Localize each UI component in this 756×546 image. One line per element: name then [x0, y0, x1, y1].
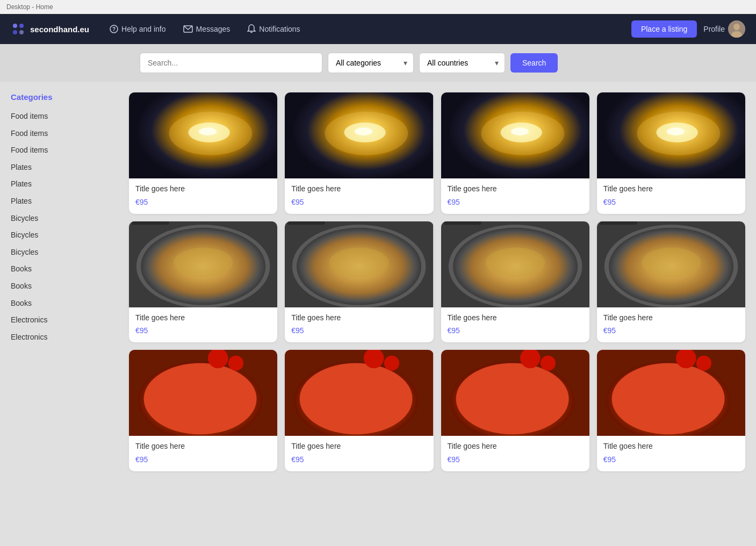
- product-price-p6: €95: [291, 326, 427, 335]
- product-price-p12: €95: [603, 455, 739, 464]
- nav-item-help[interactable]: ? Help and info: [102, 20, 174, 38]
- product-title-p7: Title goes here: [448, 313, 583, 324]
- product-info-p1: Title goes here€95: [129, 178, 277, 214]
- product-card-p5[interactable]: Title goes here€95: [129, 221, 277, 343]
- product-card-p9[interactable]: Title goes here€95: [129, 350, 277, 471]
- navbar-right: Place a listing Profile: [631, 20, 745, 38]
- svg-rect-45: [600, 221, 637, 225]
- product-image-p11: [441, 350, 589, 436]
- svg-point-48: [144, 363, 257, 435]
- product-info-p10: Title goes here€95: [285, 436, 433, 471]
- svg-point-53: [300, 363, 413, 435]
- product-card-p2[interactable]: Title goes here€95: [285, 92, 433, 214]
- svg-point-25: [667, 127, 685, 135]
- product-image-p10: [285, 350, 433, 436]
- product-image-p6: [285, 221, 433, 307]
- svg-point-65: [696, 356, 711, 371]
- profile-label: Profile: [703, 25, 725, 33]
- product-image-p7: [441, 221, 589, 307]
- sidebar: Categories Food itemsFood itemsFood item…: [11, 92, 129, 471]
- product-info-p11: Title goes here€95: [441, 436, 589, 471]
- svg-point-3: [19, 30, 24, 34]
- countries-select[interactable]: All countries United Kingdom Germany Fra…: [419, 53, 505, 73]
- svg-point-2: [13, 30, 17, 34]
- product-card-p8[interactable]: Title goes here€95: [597, 221, 745, 343]
- brand-icon: [11, 21, 26, 37]
- product-title-p9: Title goes here: [135, 441, 271, 452]
- mail-icon: [183, 25, 193, 33]
- navbar: secondhand.eu ? Help and info Messages N…: [0, 14, 756, 44]
- navbar-nav: ? Help and info Messages Notifications: [102, 20, 631, 38]
- product-image-p5: [129, 221, 277, 307]
- sidebar-item-books-2[interactable]: Books: [11, 278, 118, 295]
- product-image-p12: [597, 350, 745, 436]
- product-price-p3: €95: [448, 198, 583, 206]
- product-card-p10[interactable]: Title goes here€95: [285, 350, 433, 471]
- product-info-p8: Title goes here€95: [597, 307, 745, 343]
- nav-messages-label: Messages: [196, 25, 231, 33]
- product-title-p11: Title goes here: [448, 441, 583, 452]
- product-title-p10: Title goes here: [291, 441, 427, 452]
- product-card-p11[interactable]: Title goes here€95: [441, 350, 589, 471]
- svg-point-34: [329, 247, 389, 277]
- product-grid: Title goes here€95 Title goes here€95: [129, 92, 745, 471]
- place-listing-button[interactable]: Place a listing: [631, 20, 697, 38]
- sidebar-item-plates-2[interactable]: Plates: [11, 176, 118, 193]
- sidebar-item-bicycles-3[interactable]: Bicycles: [11, 244, 118, 261]
- product-card-p1[interactable]: Title goes here€95: [129, 92, 277, 214]
- product-info-p2: Title goes here€95: [285, 178, 433, 214]
- product-card-p3[interactable]: Title goes here€95: [441, 92, 589, 214]
- product-card-p12[interactable]: Title goes here€95: [597, 350, 745, 471]
- sidebar-items: Food itemsFood itemsFood itemsPlatesPlat…: [11, 108, 118, 346]
- sidebar-item-plates-1[interactable]: Plates: [11, 159, 118, 176]
- product-info-p5: Title goes here€95: [129, 307, 277, 343]
- product-info-p4: Title goes here€95: [597, 178, 745, 214]
- categories-select[interactable]: All categories Food items Plates Bicycle…: [328, 53, 414, 73]
- help-icon: ?: [110, 25, 118, 33]
- svg-point-21: [510, 127, 528, 135]
- nav-item-notifications[interactable]: Notifications: [240, 20, 307, 38]
- product-title-p3: Title goes here: [448, 184, 583, 195]
- sidebar-item-food-1[interactable]: Food items: [11, 108, 118, 125]
- search-button[interactable]: Search: [510, 53, 558, 73]
- sidebar-item-books-1[interactable]: Books: [11, 261, 118, 278]
- product-info-p6: Title goes here€95: [285, 307, 433, 343]
- brand-name: secondhand.eu: [30, 25, 89, 34]
- product-price-p5: €95: [135, 326, 271, 335]
- svg-point-1: [19, 24, 24, 28]
- brand-link[interactable]: secondhand.eu: [11, 21, 89, 37]
- product-title-p12: Title goes here: [603, 441, 739, 452]
- product-title-p2: Title goes here: [291, 184, 427, 195]
- product-image-p1: [129, 92, 277, 178]
- svg-point-29: [174, 247, 233, 277]
- product-info-p3: Title goes here€95: [441, 178, 589, 214]
- sidebar-item-electronics-2[interactable]: Electronics: [11, 329, 118, 346]
- product-title-p1: Title goes here: [135, 184, 271, 195]
- nav-profile[interactable]: Profile: [703, 20, 745, 38]
- product-price-p10: €95: [291, 455, 427, 464]
- sidebar-item-food-2[interactable]: Food items: [11, 125, 118, 142]
- sidebar-item-bicycles-2[interactable]: Bicycles: [11, 227, 118, 244]
- sidebar-item-electronics-1[interactable]: Electronics: [11, 312, 118, 329]
- sidebar-item-bicycles-1[interactable]: Bicycles: [11, 210, 118, 227]
- nav-notifications-label: Notifications: [259, 25, 300, 33]
- search-input[interactable]: [140, 53, 322, 73]
- svg-rect-40: [444, 221, 481, 225]
- sidebar-heading: Categories: [11, 92, 118, 102]
- nav-item-messages[interactable]: Messages: [176, 20, 238, 38]
- svg-point-0: [13, 24, 17, 28]
- product-price-p9: €95: [135, 455, 271, 464]
- sidebar-item-food-3[interactable]: Food items: [11, 142, 118, 159]
- product-card-p4[interactable]: Title goes here€95: [597, 92, 745, 214]
- product-card-p7[interactable]: Title goes here€95: [441, 221, 589, 343]
- sidebar-item-books-3[interactable]: Books: [11, 295, 118, 312]
- product-card-p6[interactable]: Title goes here€95: [285, 221, 433, 343]
- avatar-image: [728, 20, 745, 38]
- svg-point-55: [384, 356, 399, 371]
- product-image-p3: [441, 92, 589, 178]
- search-bar: All categories Food items Plates Bicycle…: [0, 44, 756, 82]
- sidebar-item-plates-3[interactable]: Plates: [11, 193, 118, 210]
- product-image-p9: [129, 350, 277, 436]
- svg-point-63: [611, 363, 724, 435]
- product-title-p8: Title goes here: [603, 313, 739, 324]
